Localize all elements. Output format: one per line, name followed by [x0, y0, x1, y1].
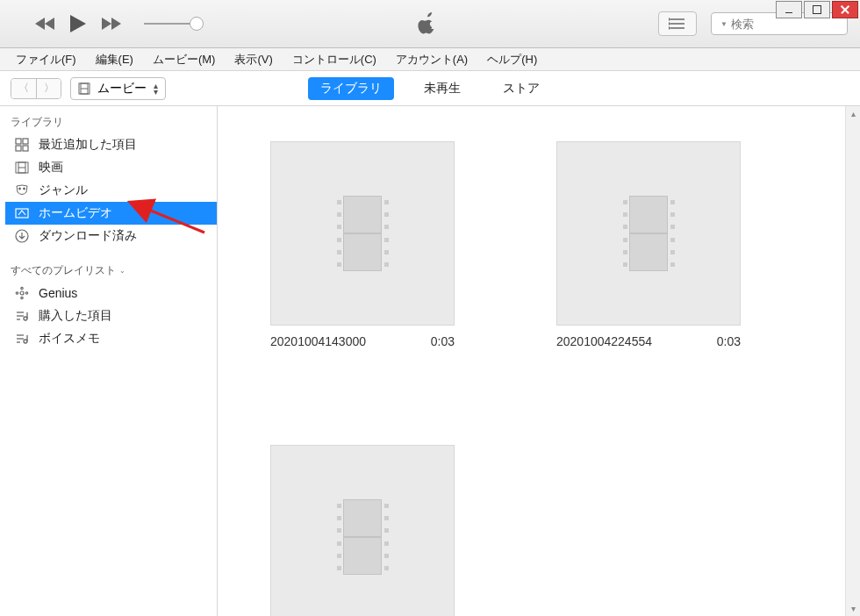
- apple-logo: [197, 12, 658, 35]
- video-duration: 0:03: [431, 334, 455, 348]
- mask-icon: [14, 183, 30, 198]
- svg-point-23: [21, 287, 23, 289]
- menu-bar: ファイル(F) 編集(E) ムービー(M) 表示(V) コントロール(C) アカ…: [0, 48, 860, 71]
- sidebar: ライブラリ 最近追加した項目 映画 ジャンル ホームビデオ ダウンロード済み す…: [0, 106, 218, 616]
- player-toolbar: ▼: [0, 0, 860, 48]
- menu-view[interactable]: 表示(V): [226, 49, 281, 70]
- svg-point-24: [21, 297, 23, 298]
- volume-slider[interactable]: [144, 23, 197, 25]
- svg-point-22: [20, 291, 24, 295]
- maximize-button[interactable]: [804, 1, 830, 18]
- video-thumbnail: [556, 141, 741, 326]
- video-item[interactable]: 20201004224554 0:03: [556, 141, 741, 348]
- sidebar-item-voicememos[interactable]: ボイスメモ: [5, 327, 217, 350]
- sidebar-item-label: 購入した項目: [39, 308, 112, 324]
- video-name: 20201004143000: [270, 334, 366, 348]
- sidebar-item-genius[interactable]: Genius: [5, 282, 217, 304]
- search-chevron-icon: ▼: [720, 20, 727, 28]
- nav-arrows: 〈 〉: [11, 78, 61, 99]
- main-area: 20201004143000 0:03 20201004224554 0:03: [218, 106, 860, 616]
- film-icon: [78, 82, 90, 95]
- sidebar-item-label: ダウンロード済み: [39, 228, 137, 244]
- svg-point-25: [16, 292, 18, 294]
- tab-unplayed[interactable]: 未再生: [412, 77, 473, 100]
- video-item[interactable]: 20201126150510 0:50: [270, 445, 455, 616]
- updown-icon: ▴▾: [154, 82, 158, 95]
- sidebar-item-label: 映画: [39, 160, 63, 175]
- sidebar-item-label: 最近追加した項目: [39, 137, 137, 153]
- sidebar-item-label: ジャンル: [39, 183, 88, 198]
- scroll-down-icon[interactable]: ▾: [846, 601, 860, 616]
- svg-point-26: [25, 292, 27, 294]
- play-button[interactable]: [68, 13, 88, 34]
- vertical-scrollbar[interactable]: ▴ ▾: [845, 106, 860, 616]
- svg-rect-13: [16, 146, 21, 151]
- tab-library[interactable]: ライブラリ: [308, 77, 394, 100]
- next-button[interactable]: [100, 17, 121, 31]
- sidebar-item-downloaded[interactable]: ダウンロード済み: [5, 225, 217, 247]
- minimize-button[interactable]: [776, 1, 802, 18]
- sidebar-heading-label: すべてのプレイリスト: [11, 263, 116, 278]
- nav-bar: 〈 〉 ムービー ▴▾ ライブラリ 未再生 ストア: [0, 71, 860, 106]
- scroll-up-icon[interactable]: ▴: [846, 106, 860, 121]
- sidebar-item-label: ホームビデオ: [39, 205, 112, 221]
- prev-button[interactable]: [35, 17, 56, 31]
- svg-point-4: [669, 23, 670, 25]
- filmstrip-icon: [620, 196, 677, 271]
- list-view-button[interactable]: [658, 11, 697, 36]
- playback-controls: [35, 13, 121, 34]
- content-area: ライブラリ 最近追加した項目 映画 ジャンル ホームビデオ ダウンロード済み す…: [0, 106, 860, 616]
- svg-rect-11: [16, 139, 21, 144]
- playlist-icon: [14, 308, 30, 324]
- sidebar-item-label: ボイスメモ: [39, 331, 100, 347]
- menu-movie[interactable]: ムービー(M): [144, 49, 225, 70]
- sidebar-item-movies[interactable]: 映画: [5, 156, 217, 179]
- video-thumbnail: [270, 141, 455, 326]
- media-type-label: ムービー: [97, 81, 147, 97]
- nav-forward[interactable]: 〉: [36, 79, 61, 98]
- filmstrip-icon: [334, 499, 391, 575]
- download-icon: [14, 228, 30, 244]
- video-duration: 0:03: [717, 334, 741, 348]
- filmstrip-icon: [334, 196, 391, 271]
- video-thumbnail: [270, 445, 455, 616]
- window-controls: [776, 1, 858, 18]
- svg-point-19: [24, 188, 25, 190]
- tab-store[interactable]: ストア: [491, 77, 552, 100]
- svg-point-18: [19, 188, 21, 190]
- view-tabs: ライブラリ 未再生 ストア: [308, 77, 552, 100]
- sidebar-item-recent[interactable]: 最近追加した項目: [5, 133, 217, 156]
- close-button[interactable]: [832, 1, 858, 18]
- menu-help[interactable]: ヘルプ(H): [478, 49, 546, 70]
- grid-icon: [14, 137, 30, 153]
- menu-control[interactable]: コントロール(C): [283, 49, 385, 70]
- video-item[interactable]: 20201004143000 0:03: [270, 141, 455, 348]
- video-name: 20201004224554: [556, 334, 652, 348]
- sidebar-item-purchased[interactable]: 購入した項目: [5, 304, 217, 327]
- sidebar-heading-playlists[interactable]: すべてのプレイリスト ⌄: [5, 260, 217, 282]
- playlist-icon: [14, 331, 30, 347]
- home-video-icon: [14, 205, 30, 221]
- video-grid: 20201004143000 0:03 20201004224554 0:03: [218, 106, 860, 616]
- genius-icon: [14, 285, 30, 301]
- svg-point-5: [669, 27, 670, 29]
- nav-back[interactable]: 〈: [11, 79, 36, 98]
- sidebar-heading-library: ライブラリ: [5, 111, 217, 133]
- menu-edit[interactable]: 編集(E): [87, 49, 142, 70]
- svg-rect-14: [23, 146, 28, 151]
- search-input[interactable]: [731, 18, 860, 31]
- menu-file[interactable]: ファイル(F): [7, 49, 85, 70]
- chevron-down-icon: ⌄: [119, 267, 125, 275]
- menu-account[interactable]: アカウント(A): [387, 49, 477, 70]
- svg-rect-12: [23, 139, 28, 144]
- sidebar-item-genres[interactable]: ジャンル: [5, 179, 217, 202]
- svg-point-3: [669, 18, 670, 20]
- media-type-selector[interactable]: ムービー ▴▾: [70, 77, 166, 100]
- film-icon: [14, 160, 30, 175]
- sidebar-item-label: Genius: [39, 286, 77, 300]
- sidebar-item-home-video[interactable]: ホームビデオ: [5, 202, 217, 225]
